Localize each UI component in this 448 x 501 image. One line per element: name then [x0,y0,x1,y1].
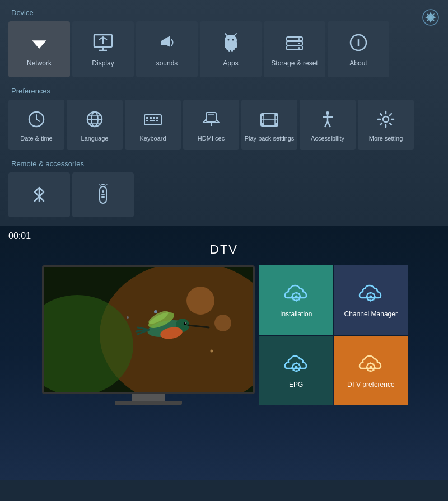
dtv-cell-channelmanager[interactable]: Channel Manager [334,265,408,335]
tv-frame [42,265,255,394]
svg-rect-20 [287,37,302,41]
svg-point-87 [154,310,157,313]
apps-label: Apps [223,59,238,67]
svg-point-55 [326,111,329,115]
settings-item-sounds[interactable]: sounds [136,21,198,77]
cloud-gear-channelmanager-icon [356,282,385,307]
svg-rect-17 [231,49,233,52]
dtvpreference-label: DTV preference [347,381,395,388]
pref-item-accessibility[interactable]: Accessibility [300,100,356,150]
clock-icon [25,108,48,130]
accessibility-icon [316,108,339,130]
svg-rect-22 [287,46,302,50]
svg-line-116 [293,364,293,364]
wifi-icon [28,31,50,54]
svg-rect-16 [228,49,230,52]
pref-item-keyboard[interactable]: Keyboard [125,100,181,150]
epg-label: EPG [289,381,303,388]
svg-point-84 [185,322,186,324]
svg-line-30 [36,119,40,121]
language-label: Language [81,135,109,142]
svg-point-71 [102,190,104,193]
cloud-gear-installation-icon [282,282,311,307]
svg-point-77 [186,287,214,315]
svg-line-106 [368,293,368,294]
hdmicec-label: HDMI cec [198,135,225,142]
settings-panel: Device Network Display [0,0,448,226]
pref-item-playback[interactable]: Play back settings [241,100,297,150]
svg-line-107 [374,299,374,299]
preferences-row: Date & time Language [0,100,448,150]
pref-item-hdmicec[interactable]: HDMI cec [183,100,239,150]
settings-item-network[interactable]: Network [8,21,70,77]
storage-icon [283,31,306,54]
gear-icon[interactable] [422,8,440,29]
svg-marker-4 [32,40,46,49]
svg-rect-40 [156,117,158,119]
svg-line-96 [293,293,293,294]
svg-point-25 [298,47,300,49]
hdmi-icon [200,108,222,130]
timer-display: 00:01 [8,231,31,241]
svg-point-83 [184,322,187,325]
svg-line-109 [368,299,368,299]
storage-label: Storage & reset [271,59,318,67]
keyboard-icon [142,108,164,130]
svg-rect-44 [206,113,216,121]
svg-point-78 [214,315,231,331]
keyboard-label: Keyboard [139,135,166,142]
sounds-label: sounds [156,59,178,67]
svg-line-65 [380,114,382,115]
dtv-content: Installation [39,265,409,405]
preferences-label: Preferences [0,84,448,100]
settings-item-about[interactable]: i About [328,21,389,77]
svg-text:i: i [357,37,360,48]
device-row: Network Display [0,21,448,77]
cloud-gear-dtvpreference-icon [356,353,385,377]
svg-point-111 [295,366,297,369]
about-label: About [349,59,367,67]
svg-line-99 [293,299,293,299]
info-icon: i [347,31,370,54]
settings-item-display[interactable]: Display [72,21,134,77]
pref-item-language[interactable]: Language [67,100,123,150]
remote-item-remote[interactable] [72,172,134,217]
svg-line-129 [368,369,368,370]
settings-item-apps[interactable]: Apps [200,21,262,77]
svg-point-60 [383,116,389,122]
svg-rect-43 [156,120,158,121]
display-label: Display [92,59,114,67]
svg-marker-8 [161,38,166,45]
svg-line-118 [298,364,299,364]
svg-point-3 [430,16,432,19]
svg-line-19 [234,34,236,36]
speaker-icon [156,31,178,54]
svg-rect-37 [146,117,148,119]
pref-item-moresetting[interactable]: More setting [358,100,414,150]
pref-item-datetime[interactable]: Date & time [8,100,64,150]
svg-line-119 [293,369,293,370]
svg-point-23 [298,38,300,40]
tv-stand [132,394,165,401]
svg-point-24 [298,43,300,44]
svg-line-58 [325,121,328,127]
tv-screen-image [44,267,253,392]
settings-item-storage[interactable]: Storage & reset [264,21,325,77]
android-icon [220,31,242,54]
svg-line-67 [390,114,391,115]
gear-large-icon [375,108,397,130]
dtv-cell-epg[interactable]: EPG [259,336,333,405]
installation-label: Installation [280,310,312,318]
svg-rect-39 [153,117,155,119]
remote-item-bluetooth[interactable] [8,172,70,217]
dtv-cell-dtvpreference[interactable]: DTV preference [334,336,408,405]
svg-rect-21 [287,41,302,45]
tv-screen-container [39,265,258,405]
bluetooth-icon [28,184,50,206]
svg-marker-9 [166,36,170,47]
svg-line-126 [368,364,368,364]
datetime-label: Date & time [20,135,52,142]
svg-point-89 [211,350,213,353]
cloud-gear-epg-icon [282,353,311,377]
dtv-cell-installation[interactable]: Installation [259,265,333,335]
